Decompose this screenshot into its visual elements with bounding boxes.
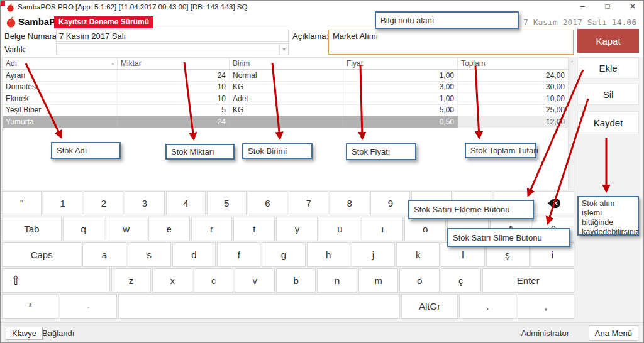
close-button[interactable]: Kapat [577,29,639,53]
cell-name[interactable]: Yeşil Biber [3,105,118,116]
key-a[interactable]: a [82,242,126,267]
key-u[interactable]: u [319,217,360,241]
key-t[interactable]: t [233,217,275,241]
key-q[interactable]: q [63,217,104,241]
cell-total[interactable]: 25,00 [458,105,568,116]
key-9[interactable]: 9 [370,191,410,215]
key-caps[interactable]: Caps [2,242,81,267]
chevron-down-icon[interactable]: ▾ [279,44,288,55]
column-header-quantity[interactable]: Miktar [118,58,230,69]
cell-price[interactable]: 1,00 [343,70,458,81]
key-2[interactable]: 2 [84,191,123,215]
cell-qty[interactable]: 5 [118,105,230,116]
key-tab[interactable]: Tab [2,217,62,241]
cell-total[interactable]: 30,00 [458,82,568,93]
column-header-name[interactable]: Adı ▴ [3,58,118,69]
key-backspace[interactable] [535,191,574,215]
column-header-price[interactable]: Fiyat [343,58,458,69]
cell-price[interactable]: 1,00 [343,93,458,104]
cell-name[interactable]: Ayran [3,70,118,81]
key-w[interactable]: w [106,217,147,241]
table-row[interactable]: Yeşil Biber5KG5,0025,00 [3,105,568,117]
key-space[interactable] [118,294,400,318]
table-row[interactable]: Ekmek10Adet1,0010,00 [3,93,568,105]
key-8[interactable]: 8 [330,191,369,215]
key-ç[interactable]: ç [441,268,481,293]
key-r[interactable]: r [191,217,233,241]
key-d[interactable]: d [172,242,216,267]
cell-qty[interactable]: 10 [118,93,230,104]
key-3[interactable]: 3 [125,191,164,215]
key-b[interactable]: b [276,268,316,293]
cell-unit[interactable]: KG [230,105,343,116]
description-label: Açıklama: [292,31,328,41]
cell-unit[interactable]: Adet [230,93,343,104]
key--[interactable]: - [60,294,116,318]
column-header-unit[interactable]: Birim [230,58,343,69]
key-j[interactable]: j [352,242,395,267]
key-k[interactable]: k [396,242,440,267]
key-s[interactable]: s [128,242,171,267]
key-y[interactable]: y [276,217,318,241]
sort-ascending-icon: ▴ [111,61,114,66]
delete-row-button[interactable]: Sil [577,84,639,105]
key-m[interactable]: m [358,268,399,293]
keyboard-toggle-button[interactable]: Klavye [6,327,43,340]
table-row[interactable]: Yumurta240,5012,00 [3,116,568,128]
key-c[interactable]: c [194,268,234,293]
table-scrollbar[interactable]: ▲ [570,57,574,190]
cell-qty[interactable]: 24 [118,70,230,81]
description-input[interactable]: Market Alımı [328,30,574,55]
table-row[interactable]: Domates10KG3,0030,00 [3,82,568,94]
key-1[interactable]: 1 [43,191,82,215]
key-.[interactable]: . [459,294,516,318]
cell-qty[interactable]: 10 [118,82,230,93]
callout-stock-price: Stok Fiyatı [346,143,416,160]
cell-price[interactable]: 0,50 [343,116,458,128]
cell-unit[interactable]: Normal [230,70,343,81]
key-5[interactable]: 5 [207,191,247,215]
cell-name[interactable]: Ekmek [3,93,118,104]
minimize-icon[interactable]: – [578,2,587,11]
key-*[interactable]: * [2,294,58,318]
cell-price[interactable]: 3,00 [343,82,458,93]
column-header-total[interactable]: Toplam [458,58,568,69]
main-menu-button[interactable]: Ana Menü [589,325,638,341]
add-row-button[interactable]: Ekle [577,57,639,79]
key-4[interactable]: 4 [166,191,206,215]
cell-name[interactable]: Domates [3,82,118,93]
key-shift[interactable]: ⇧ [2,268,110,293]
restore-icon[interactable]: □ [603,2,612,11]
key-ı[interactable]: ı [362,217,403,241]
key-o[interactable]: o [404,217,446,241]
cell-unit[interactable] [230,116,343,128]
key-AltGr[interactable]: AltGr [401,294,458,318]
key-x[interactable]: x [152,268,192,293]
key-g[interactable]: g [262,242,305,267]
cell-price[interactable]: 5,00 [343,105,458,116]
key-f[interactable]: f [217,242,260,267]
save-button[interactable]: Kaydet [577,111,639,134]
cell-qty[interactable]: 24 [118,116,230,128]
document-number-input[interactable] [56,30,289,42]
cell-total[interactable]: 10,00 [458,93,568,104]
key-v[interactable]: v [235,268,275,293]
entity-input[interactable] [57,44,278,55]
entity-combobox[interactable]: ▾ [56,43,289,55]
key-n[interactable]: n [317,268,357,293]
key-7[interactable]: 7 [289,191,328,215]
cell-total[interactable]: 12,00 [458,116,568,128]
key-6[interactable]: 6 [248,191,287,215]
key-,[interactable]: , [518,294,574,318]
cell-unit[interactable]: KG [230,82,343,93]
key-z[interactable]: z [111,268,152,293]
key-ö[interactable]: ö [399,268,440,293]
key-e[interactable]: e [148,217,190,241]
close-icon[interactable]: ✕ [628,2,637,11]
key-enter[interactable]: Enter [482,268,575,293]
key-h[interactable]: h [307,242,350,267]
key-"[interactable]: " [2,191,42,215]
cell-name[interactable]: Yumurta [3,116,118,128]
cell-total[interactable]: 24,00 [458,70,568,81]
table-row[interactable]: Ayran24Normal1,0024,00 [3,70,568,82]
